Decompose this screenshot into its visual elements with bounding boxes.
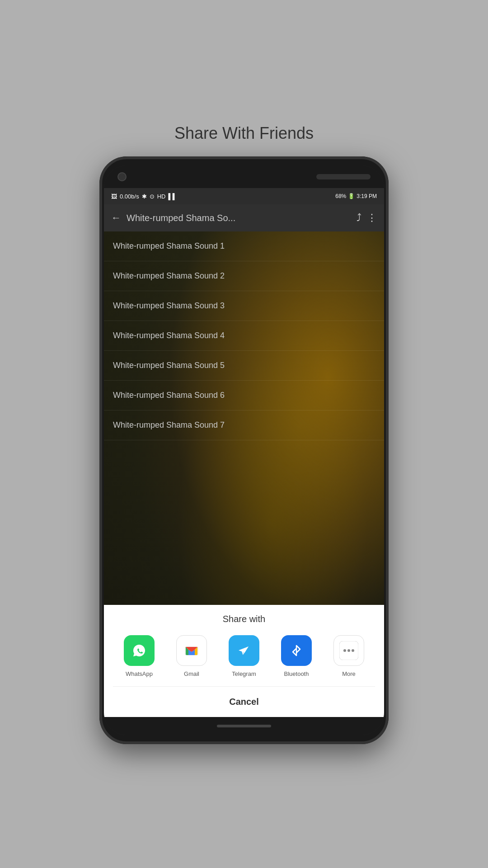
- sound-list: White-rumped Shama Sound 1 White-rumped …: [104, 231, 384, 440]
- bluetooth-label: Bluetooth: [284, 670, 309, 677]
- status-left: 🖼 0.00b/s ✱ ⊙ HD ▌▌: [111, 193, 177, 200]
- list-item[interactable]: White-rumped Shama Sound 3: [104, 291, 384, 321]
- battery-icon: 🔋: [348, 193, 355, 199]
- svg-point-7: [347, 649, 350, 652]
- share-sheet-title: Share with: [113, 614, 375, 624]
- list-item[interactable]: White-rumped Shama Sound 6: [104, 381, 384, 410]
- list-item[interactable]: White-rumped Shama Sound 4: [104, 321, 384, 351]
- whatsapp-icon: [124, 635, 155, 666]
- home-indicator: [104, 717, 384, 735]
- time-display: 3:19 PM: [357, 193, 377, 199]
- telegram-share-button[interactable]: Telegram: [226, 635, 262, 677]
- back-button[interactable]: ←: [111, 212, 121, 224]
- status-right: 68% 🔋 3:19 PM: [335, 193, 377, 199]
- list-item[interactable]: White-rumped Shama Sound 7: [104, 410, 384, 440]
- list-item[interactable]: White-rumped Shama Sound 5: [104, 351, 384, 381]
- more-icon: [333, 635, 364, 666]
- phone-frame: 🖼 0.00b/s ✱ ⊙ HD ▌▌ 68% 🔋 3:19 PM ← Whit…: [99, 156, 389, 744]
- phone-screen: 🖼 0.00b/s ✱ ⊙ HD ▌▌ 68% 🔋 3:19 PM ← Whit…: [104, 165, 384, 735]
- signal-icon: ▌▌: [168, 193, 176, 200]
- list-item[interactable]: White-rumped Shama Sound 2: [104, 261, 384, 291]
- phone-top-bar: [104, 165, 384, 188]
- content-area: White-rumped Shama Sound 1 White-rumped …: [104, 231, 384, 717]
- gmail-share-button[interactable]: Gmail: [174, 635, 210, 677]
- bluetooth-status-icon: ✱: [142, 193, 147, 200]
- gmail-icon: [176, 635, 207, 666]
- telegram-icon: [229, 635, 259, 666]
- share-sheet: Share with WhatsApp: [104, 605, 384, 717]
- cancel-button[interactable]: Cancel: [113, 686, 375, 717]
- image-icon: 🖼: [111, 193, 117, 200]
- whatsapp-share-button[interactable]: WhatsApp: [121, 635, 157, 677]
- battery-percent: 68%: [335, 193, 346, 199]
- share-button[interactable]: ⤴: [357, 212, 361, 224]
- status-bar: 🖼 0.00b/s ✱ ⊙ HD ▌▌ 68% 🔋 3:19 PM: [104, 188, 384, 204]
- more-share-button[interactable]: More: [331, 635, 367, 677]
- more-label: More: [342, 670, 356, 677]
- page-title: Share With Friends: [174, 124, 314, 143]
- wifi-icon: ⊙: [150, 193, 155, 200]
- whatsapp-label: WhatsApp: [126, 670, 153, 677]
- front-camera: [117, 172, 127, 181]
- share-apps-row: WhatsApp: [113, 635, 375, 677]
- telegram-label: Telegram: [232, 670, 256, 677]
- more-options-button[interactable]: ⋮: [367, 212, 377, 224]
- home-bar: [217, 725, 271, 727]
- svg-point-6: [343, 649, 346, 652]
- bluetooth-icon: [281, 635, 312, 666]
- bluetooth-share-button[interactable]: Bluetooth: [278, 635, 314, 677]
- app-toolbar: ← White-rumped Shama So... ⤴ ⋮: [104, 204, 384, 231]
- earpiece-speaker: [316, 174, 371, 179]
- list-item[interactable]: White-rumped Shama Sound 1: [104, 231, 384, 261]
- network-speed: 0.00b/s: [120, 193, 139, 200]
- data-icon: HD: [157, 193, 166, 200]
- svg-point-8: [352, 649, 354, 652]
- toolbar-title: White-rumped Shama So...: [127, 213, 351, 223]
- gmail-label: Gmail: [184, 670, 199, 677]
